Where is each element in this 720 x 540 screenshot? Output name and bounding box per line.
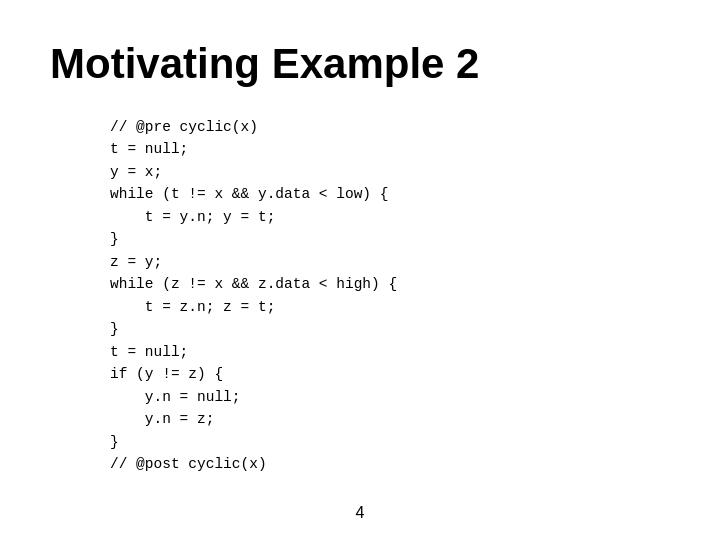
code-line-13: y.n = null; [110,386,670,408]
code-block: // @pre cyclic(x) t = null; y = x; while… [110,116,670,476]
code-line-11: t = null; [110,341,670,363]
code-line-14: y.n = z; [110,408,670,430]
code-line-8: while (z != x && z.data < high) { [110,273,670,295]
code-line-1: // @pre cyclic(x) [110,116,670,138]
page-number: 4 [356,504,365,522]
code-line-2: t = null; [110,138,670,160]
code-line-9: t = z.n; z = t; [110,296,670,318]
code-line-15: } [110,431,670,453]
slide-title: Motivating Example 2 [50,40,670,88]
code-line-5: t = y.n; y = t; [110,206,670,228]
code-line-16: // @post cyclic(x) [110,453,670,475]
code-line-7: z = y; [110,251,670,273]
code-line-6: } [110,228,670,250]
code-line-4: while (t != x && y.data < low) { [110,183,670,205]
code-line-12: if (y != z) { [110,363,670,385]
code-line-10: } [110,318,670,340]
code-line-3: y = x; [110,161,670,183]
slide: Motivating Example 2 // @pre cyclic(x) t… [0,0,720,540]
